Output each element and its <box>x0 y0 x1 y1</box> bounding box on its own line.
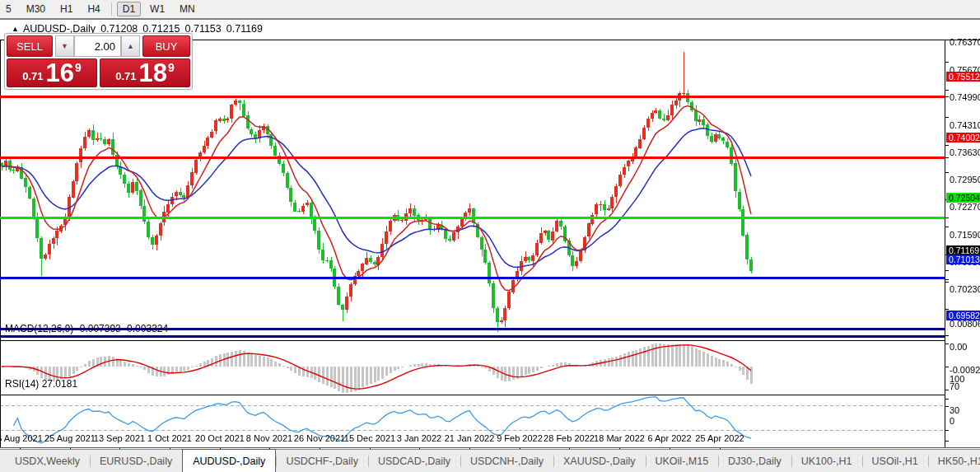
sell-price-prefix: 0.71 <box>22 70 43 82</box>
macd-tick-label: 0.00 <box>950 342 980 352</box>
price-level-tag: 0.69582 <box>946 311 980 320</box>
timeframe-button-h1[interactable]: H1 <box>54 2 78 16</box>
trading-platform-window: 5M30H1H4D1W1MN ▲AUDUSD-,Daily0.712080.71… <box>0 0 980 472</box>
price-tick-label: 0.71590 <box>950 230 980 240</box>
price-tick-label: 0.76370 <box>950 37 980 47</box>
chevron-down-icon: ▼ <box>61 42 68 50</box>
date-tick-label: 25 Apr 2022 <box>691 433 749 443</box>
date-tick-label: 13 Sep 2021 <box>91 433 148 443</box>
rsi-tick-label: 30 <box>950 405 980 415</box>
buy-price-pip: 9 <box>168 61 175 74</box>
chart-tab-hk50[interactable]: HK50-,H1 <box>928 450 980 472</box>
chevron-up-icon: ▲ <box>127 42 134 50</box>
timeframe-button-5[interactable]: 5 <box>0 2 17 16</box>
ohlc-close: 0.71169 <box>226 23 263 35</box>
chart-tab-eurusd[interactable]: EURUSD-,Daily <box>90 450 182 472</box>
timeframe-button-mn[interactable]: MN <box>174 2 201 16</box>
volume-increase-button[interactable]: ▲ <box>121 35 140 57</box>
price-level-tag: 0.74002 <box>946 133 980 143</box>
rsi-tick-label: 0 <box>950 416 980 426</box>
chart-tab-usdcnh[interactable]: USDCNH-,Daily <box>460 450 553 472</box>
timeframe-button-d1[interactable]: D1 <box>117 2 141 16</box>
price-tick-label: 0.72270 <box>950 202 980 212</box>
sell-price-display[interactable]: 0.71 16 9 <box>7 58 97 87</box>
chart-tab-ukoil[interactable]: UKOil-,M15 <box>646 450 719 472</box>
chart-tab-usdcad[interactable]: USDCAD-,Daily <box>368 450 460 472</box>
price-tick-label: 0.74310 <box>950 120 980 130</box>
sell-price-pip: 9 <box>75 61 82 74</box>
timeframe-button-w1[interactable]: W1 <box>144 2 170 16</box>
chart-tab-audusd[interactable]: AUDUSD-,Daily <box>182 449 276 472</box>
price-tick-label: 0.73630 <box>950 147 980 157</box>
volume-decrease-button[interactable]: ▼ <box>55 35 74 57</box>
date-tick-label: 18 Mar 2022 <box>590 433 648 443</box>
price-level-tag: 0.71013 <box>946 255 980 264</box>
price-level-tag: 0.75512 <box>946 72 980 82</box>
sell-price-big: 16 <box>46 61 74 86</box>
date-tick-label: 26 Nov 2021 <box>291 433 348 443</box>
date-tick-label: 21 Jan 2022 <box>441 433 498 443</box>
chart-tab-usdchf[interactable]: USDCHF-,Daily <box>276 450 368 472</box>
buy-price-big: 18 <box>139 61 167 86</box>
chart-tab-dj30[interactable]: DJ30-,Daily <box>718 450 791 472</box>
date-tick-label: 28 Feb 2022 <box>540 433 598 443</box>
price-level-tag: 0.72504 <box>946 193 980 203</box>
date-tick-label: 8 Nov 2021 <box>240 433 298 443</box>
date-tick-label: 1 Oct 2021 <box>141 433 198 443</box>
toolbar-separator <box>111 2 112 16</box>
volume-input[interactable]: 2.00 <box>74 35 121 57</box>
chart-tab-bar: USDX,WeeklyEURUSD-,DailyAUDUSD-,DailyUSD… <box>0 449 980 472</box>
buy-price-display[interactable]: 0.71 18 9 <box>100 58 190 87</box>
buy-price-prefix: 0.71 <box>115 70 136 82</box>
rsi-indicator-label: RSI(14) 27.0181 <box>5 378 77 390</box>
price-tick-label: 0.72950 <box>950 175 980 185</box>
timeframe-button-h4[interactable]: H4 <box>82 2 105 16</box>
price-tick-label: 0.70230 <box>950 284 980 294</box>
chart-tab-usoil[interactable]: USOil-,H1 <box>862 450 928 472</box>
chart-tab-uk100[interactable]: UK100-,H1 <box>791 450 862 472</box>
timeframe-toolbar: 5M30H1H4D1W1MN <box>0 0 980 20</box>
date-tick-label: 3 Jan 2022 <box>390 433 448 443</box>
date-tick-label: 6 Apr 2022 <box>641 433 698 443</box>
timeframe-button-m30[interactable]: M30 <box>21 2 51 16</box>
chart-tab-xauusd[interactable]: XAUUSD-,Daily <box>553 450 646 472</box>
buy-button[interactable]: BUY <box>142 35 190 57</box>
one-click-collapse-icon[interactable]: ▲ <box>12 25 19 33</box>
sell-button[interactable]: SELL <box>7 35 53 57</box>
chart-tab-usdx[interactable]: USDX,Weekly <box>5 450 90 472</box>
one-click-trading-panel: SELL ▼ 2.00 ▲ BUY 0.71 16 9 0.71 18 9 <box>4 33 193 90</box>
rsi-tick-label: 70 <box>950 381 980 391</box>
price-tick-label: 0.74990 <box>950 92 980 102</box>
macd-indicator-label: MACD(12,26,9) -0.007393 -0.003324 <box>5 323 168 334</box>
